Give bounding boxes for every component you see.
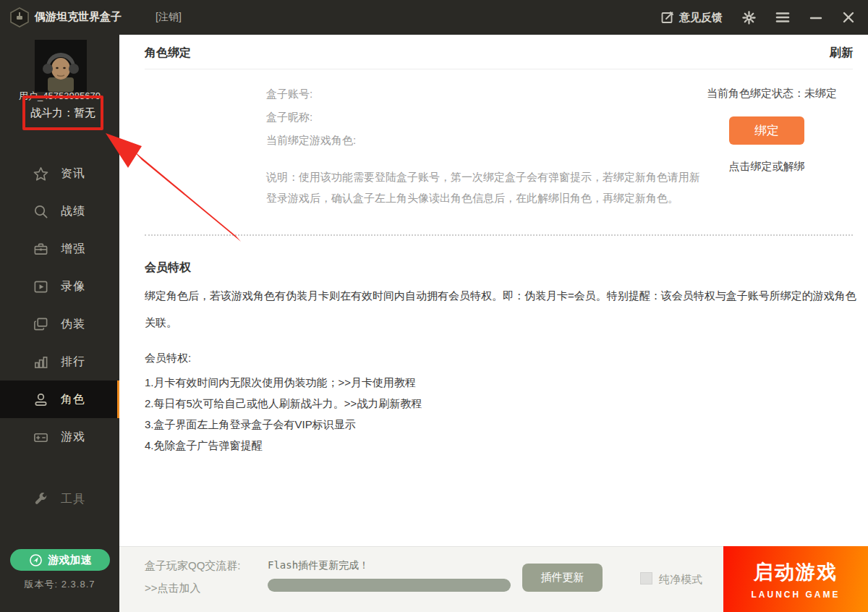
feedback-label: 意见反馈 xyxy=(679,11,723,25)
person-icon xyxy=(33,392,48,407)
pure-mode-label: 纯净模式 xyxy=(659,573,702,587)
sidebar-item-ranking[interactable]: 排行 xyxy=(0,343,119,381)
qq-group-label: 盒子玩家QQ交流群: xyxy=(145,559,241,573)
page-title: 角色绑定 xyxy=(145,46,191,61)
sidebar-item-records[interactable]: 战绩 xyxy=(0,192,119,230)
logout-link[interactable]: [注销] xyxy=(156,11,182,24)
sidebar-item-game[interactable]: 游戏 xyxy=(0,418,119,456)
membership-description: 绑定角色后，若该游戏角色有伪装月卡则在有效时间内自动拥有会员特权。即：伪装月卡=… xyxy=(145,282,864,336)
main-content: 角色绑定 刷新 盒子账号: 盒子昵称: 当前绑定游戏角色: 当前角色绑定状态：未… xyxy=(119,35,868,546)
bind-hint: 点击绑定或解绑 xyxy=(718,160,815,174)
flash-status: Flash插件更新完成！ xyxy=(268,559,369,572)
bind-status: 当前角色绑定状态：未绑定 xyxy=(707,87,837,101)
flash-progress-bar xyxy=(268,579,511,592)
membership-item: 1.月卡有效时间内无限次使用伪装功能；>>月卡使用教程 xyxy=(145,372,422,393)
close-icon[interactable] xyxy=(842,11,855,24)
launch-subtitle: LAUNCH GAME xyxy=(752,590,841,600)
membership-list: 1.月卡有效时间内无限次使用伪装功能；>>月卡使用教程 2.每日有5次可给自己或… xyxy=(145,372,422,456)
sidebar-item-role[interactable]: 角色 xyxy=(0,381,119,418)
monthly-card-tutorial-link[interactable]: >>月卡使用教程 xyxy=(339,376,417,388)
plugin-update-button[interactable]: 插件更新 xyxy=(522,564,603,592)
launch-title: 启动游戏 xyxy=(754,559,838,585)
qq-join-link[interactable]: >>点击加入 xyxy=(145,582,201,595)
membership-item: 2.每日有5次可给自己或他人刷新战斗力。>>战力刷新教程 xyxy=(145,393,422,414)
combat-power-label: 战斗力：暂无 xyxy=(30,106,95,120)
sidebar: 用户_45753985679 战斗力：暂无 资讯 战绩 xyxy=(0,35,119,612)
video-icon xyxy=(33,279,48,294)
avatar[interactable] xyxy=(35,40,87,92)
bar-chart-icon xyxy=(33,354,48,370)
gamepad-icon xyxy=(33,430,48,445)
sidebar-item-replay[interactable]: 录像 xyxy=(0,268,119,305)
membership-item: 4.免除盒子广告弹窗提醒 xyxy=(145,435,422,456)
bottombar: 盒子玩家QQ交流群: >>点击加入 Flash插件更新完成！ 插件更新 纯净模式… xyxy=(119,546,868,612)
membership-title: 会员特权 xyxy=(145,260,191,276)
membership-item: 3.盒子界面左上角登录盒子会有VIP标识显示 xyxy=(145,414,422,435)
accelerate-icon xyxy=(29,553,43,567)
refresh-button[interactable]: 刷新 xyxy=(830,46,853,61)
titlebar: 偶游坦克世界盒子 [注销] 意见反馈 xyxy=(0,0,868,35)
membership-list-title: 会员特权: xyxy=(145,352,191,365)
menu-icon[interactable] xyxy=(775,12,790,23)
power-refresh-tutorial-link[interactable]: >>战力刷新教程 xyxy=(344,397,422,409)
wrench-icon xyxy=(33,492,48,507)
nav-spacer xyxy=(0,456,119,480)
gear-icon[interactable] xyxy=(742,11,756,25)
bind-note: 说明：使用该功能需要登陆盒子账号，第一次绑定盒子会有弹窗提示，若绑定新角色请用新… xyxy=(266,166,707,208)
feedback-pen-icon xyxy=(661,11,674,24)
sidebar-item-tools[interactable]: 工具 xyxy=(0,480,119,518)
sidebar-nav: 资讯 战绩 增强 xyxy=(0,155,119,518)
sidebar-item-disguise[interactable]: 伪装 xyxy=(0,305,119,343)
game-accelerate-button[interactable]: 游戏加速 xyxy=(10,549,110,571)
launch-game-button[interactable]: 启动游戏 LAUNCH GAME xyxy=(723,546,868,612)
box-account-label: 盒子账号: xyxy=(266,88,312,101)
sidebar-item-news[interactable]: 资讯 xyxy=(0,155,119,192)
layers-icon xyxy=(33,317,48,332)
star-icon xyxy=(33,166,48,182)
sidebar-item-enhance[interactable]: 增强 xyxy=(0,230,119,268)
flash-progress-fill xyxy=(268,579,511,592)
pure-mode-checkbox[interactable] xyxy=(640,572,652,585)
minimize-icon[interactable] xyxy=(809,12,822,23)
dashed-divider xyxy=(145,234,853,236)
bind-button[interactable]: 绑定 xyxy=(729,116,804,145)
briefcase-icon xyxy=(33,242,48,257)
feedback-button[interactable]: 意见反馈 xyxy=(661,11,723,25)
version-label: 版本号: 2.3.8.7 xyxy=(0,578,119,591)
header-divider xyxy=(145,69,853,69)
app-title: 偶游坦克世界盒子 xyxy=(35,10,122,24)
combat-power-highlight-box: 战斗力：暂无 xyxy=(22,95,103,130)
accelerate-label: 游戏加速 xyxy=(48,553,92,567)
bound-role-label: 当前绑定游戏角色: xyxy=(266,134,356,148)
app-logo-icon xyxy=(9,7,30,28)
app-window: 偶游坦克世界盒子 [注销] 意见反馈 xyxy=(0,0,868,612)
search-icon xyxy=(33,204,48,219)
box-nickname-label: 盒子昵称: xyxy=(266,111,312,124)
titlebar-actions: 意见反馈 xyxy=(661,0,855,35)
